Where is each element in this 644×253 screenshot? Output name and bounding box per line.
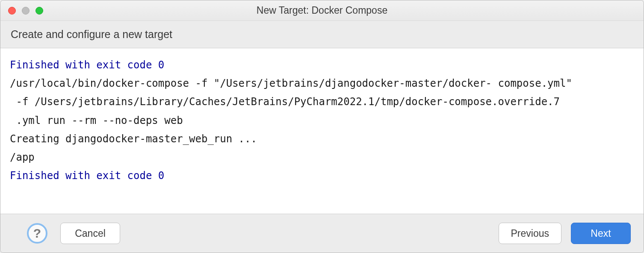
previous-button[interactable]: Previous [499, 223, 561, 244]
titlebar: New Target: Docker Compose [0, 0, 644, 21]
close-icon[interactable] [8, 7, 16, 15]
console-line-exit-2: Finished with exit code 0 [10, 170, 164, 182]
console-line-exit-1: Finished with exit code 0 [10, 59, 164, 71]
console-line-creating: Creating djangodocker-master_web_run ... [10, 133, 257, 145]
console-line-path: /app [10, 151, 35, 163]
console-output: Finished with exit code 0 /usr/local/bin… [0, 48, 644, 214]
dialog-subtitle: Create and configure a new target [0, 21, 644, 48]
maximize-icon[interactable] [35, 7, 43, 15]
console-line-cmd-3: .yml run --rm --no-deps web [10, 115, 183, 126]
minimize-icon[interactable] [22, 7, 30, 15]
console-line-cmd-1: /usr/local/bin/docker-compose -f "/Users… [10, 77, 572, 89]
traffic-lights [8, 7, 43, 15]
help-icon[interactable]: ? [27, 223, 47, 244]
cancel-button[interactable]: Cancel [60, 223, 120, 244]
next-button[interactable]: Next [571, 223, 631, 244]
dialog-window: New Target: Docker Compose Create and co… [0, 0, 644, 253]
dialog-footer: ? Cancel Previous Next [0, 214, 644, 253]
console-line-cmd-2: -f /Users/jetbrains/Library/Caches/JetBr… [10, 96, 560, 108]
window-title: New Target: Docker Compose [257, 5, 387, 16]
